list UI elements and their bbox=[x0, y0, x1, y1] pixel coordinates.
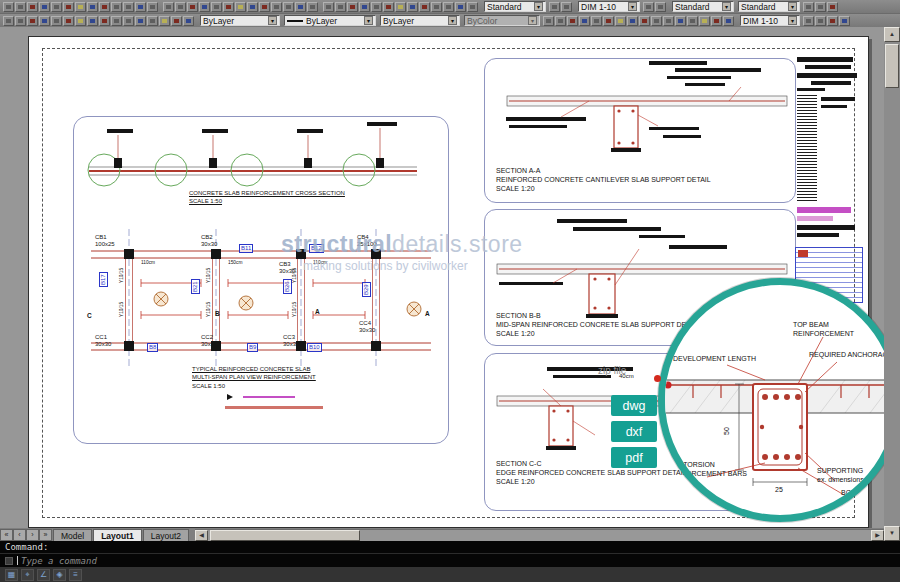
toolbar-icon-button[interactable] bbox=[815, 16, 826, 26]
toolbar-icon-button[interactable] bbox=[627, 16, 638, 26]
toolbar-icon-button[interactable] bbox=[63, 16, 74, 26]
toolbar-icon-button[interactable] bbox=[163, 2, 174, 12]
scroll-left-icon[interactable]: ◀ bbox=[195, 530, 208, 541]
tab-model[interactable]: Model bbox=[53, 529, 92, 541]
toolbar-icon-button[interactable] bbox=[651, 16, 662, 26]
toolbar-icon-button[interactable] bbox=[663, 16, 674, 26]
snap-toggle-icon[interactable]: ⌖ bbox=[21, 569, 34, 581]
ortho-toggle-icon[interactable]: ∠ bbox=[37, 569, 50, 581]
toolbar-icon-button[interactable] bbox=[615, 16, 626, 26]
toolbar-icon-button[interactable] bbox=[803, 16, 814, 26]
table-style-combo[interactable]: Standard▾ bbox=[672, 1, 734, 12]
toolbar-icon-button[interactable] bbox=[171, 16, 182, 26]
toolbar-icon-button[interactable] bbox=[63, 2, 74, 12]
toolbar-icon-button[interactable] bbox=[135, 2, 146, 12]
toolbar-icon-button[interactable] bbox=[639, 16, 650, 26]
toolbar-icon-button[interactable] bbox=[419, 2, 430, 12]
toolbar-icon-button[interactable] bbox=[723, 16, 734, 26]
vertical-scrollbar[interactable]: ▲ ▼ bbox=[884, 27, 900, 541]
download-badge-dxf[interactable]: dxf bbox=[611, 421, 657, 442]
toolbar-icon-button[interactable] bbox=[3, 16, 14, 26]
mleader-style-combo[interactable]: Standard▾ bbox=[738, 1, 800, 12]
toolbar-icon-button[interactable] bbox=[99, 2, 110, 12]
toolbar-icon-button[interactable] bbox=[467, 2, 478, 12]
scroll-up-icon[interactable]: ▲ bbox=[884, 27, 900, 42]
toolbar-icon-button[interactable] bbox=[359, 2, 370, 12]
toolbar-icon-button[interactable] bbox=[561, 2, 572, 12]
toolbar-icon-button[interactable] bbox=[335, 2, 346, 12]
toolbar-icon-button[interactable] bbox=[75, 2, 86, 12]
toolbar-icon-button[interactable] bbox=[75, 16, 86, 26]
toolbar-icon-button[interactable] bbox=[99, 16, 110, 26]
tab-layout2[interactable]: Layout2 bbox=[143, 529, 189, 541]
toolbar-icon-button[interactable] bbox=[159, 16, 170, 26]
toolbar-icon-button[interactable] bbox=[223, 2, 234, 12]
toolbar-icon-button[interactable] bbox=[655, 2, 666, 12]
color-control-combo[interactable]: ByLayer▾ bbox=[200, 15, 280, 26]
toolbar-icon-button[interactable] bbox=[183, 16, 194, 26]
tab-first-icon[interactable]: « bbox=[0, 529, 13, 541]
scroll-down-icon[interactable]: ▼ bbox=[884, 526, 900, 541]
toolbar-icon-button[interactable] bbox=[3, 2, 14, 12]
grid-toggle-icon[interactable]: ▦ bbox=[5, 569, 18, 581]
toolbar-icon-button[interactable] bbox=[135, 16, 146, 26]
toolbar-icon-button[interactable] bbox=[699, 16, 710, 26]
lineweight-control-combo[interactable]: ByLayer▾ bbox=[380, 15, 460, 26]
toolbar-icon-button[interactable] bbox=[803, 2, 814, 12]
tab-next-icon[interactable]: › bbox=[26, 529, 39, 541]
toolbar-icon-button[interactable] bbox=[549, 2, 560, 12]
toolbar-icon-button[interactable] bbox=[687, 16, 698, 26]
toolbar-icon-button[interactable] bbox=[51, 2, 62, 12]
horizontal-scrollbar[interactable]: ◀ ▶ bbox=[195, 529, 884, 541]
toolbar-icon-button[interactable] bbox=[39, 2, 50, 12]
toolbar-icon-button[interactable] bbox=[431, 2, 442, 12]
horizontal-scroll-thumb[interactable] bbox=[210, 530, 360, 541]
toolbar-icon-button[interactable] bbox=[147, 16, 158, 26]
toolbar-icon-button[interactable] bbox=[347, 2, 358, 12]
text-style-combo[interactable]: Standard▾ bbox=[484, 1, 546, 12]
toolbar-icon-button[interactable] bbox=[247, 2, 258, 12]
toolbar-icon-button[interactable] bbox=[211, 2, 222, 12]
dim-style-combo-2[interactable]: DIM 1-10▾ bbox=[740, 15, 800, 26]
toolbar-icon-button[interactable] bbox=[123, 16, 134, 26]
toolbar-icon-button[interactable] bbox=[395, 2, 406, 12]
toolbar-icon-button[interactable] bbox=[111, 16, 122, 26]
scroll-right-icon[interactable]: ▶ bbox=[871, 530, 884, 541]
toolbar-icon-button[interactable] bbox=[443, 2, 454, 12]
toolbar-icon-button[interactable] bbox=[643, 2, 654, 12]
download-badge-dwg[interactable]: dwg bbox=[611, 395, 657, 416]
polar-toggle-icon[interactable]: ◈ bbox=[53, 569, 66, 581]
toolbar-icon-button[interactable] bbox=[51, 16, 62, 26]
toolbar-icon-button[interactable] bbox=[295, 2, 306, 12]
linetype-control-combo[interactable]: ByLayer▾ bbox=[284, 15, 376, 26]
toolbar-icon-button[interactable] bbox=[87, 16, 98, 26]
toolbar-icon-button[interactable] bbox=[591, 16, 602, 26]
vertical-scroll-thumb[interactable] bbox=[885, 44, 899, 88]
toolbar-icon-button[interactable] bbox=[323, 2, 334, 12]
toolbar-icon-button[interactable] bbox=[815, 2, 826, 12]
drawing-canvas[interactable]: CONCRETE SLAB REINFORCEMENT CROSS SECTIO… bbox=[0, 27, 884, 528]
toolbar-icon-button[interactable] bbox=[407, 2, 418, 12]
osnap-toggle-icon[interactable]: ≡ bbox=[69, 569, 82, 581]
toolbar-icon-button[interactable] bbox=[123, 2, 134, 12]
toolbar-icon-button[interactable] bbox=[15, 16, 26, 26]
toolbar-icon-button[interactable] bbox=[839, 16, 850, 26]
tab-prev-icon[interactable]: ‹ bbox=[13, 529, 26, 541]
toolbar-icon-button[interactable] bbox=[675, 16, 686, 26]
toolbar-icon-button[interactable] bbox=[543, 16, 554, 26]
toolbar-icon-button[interactable] bbox=[371, 2, 382, 12]
command-input-row[interactable]: Type a command bbox=[0, 554, 900, 567]
toolbar-icon-button[interactable] bbox=[187, 2, 198, 12]
toolbar-icon-button[interactable] bbox=[111, 2, 122, 12]
toolbar-icon-button[interactable] bbox=[827, 16, 838, 26]
toolbar-icon-button[interactable] bbox=[555, 16, 566, 26]
dim-style-combo[interactable]: DIM 1-10▾ bbox=[578, 1, 640, 12]
toolbar-icon-button[interactable] bbox=[199, 2, 210, 12]
toolbar-icon-button[interactable] bbox=[147, 2, 158, 12]
toolbar-icon-button[interactable] bbox=[711, 16, 722, 26]
toolbar-icon-button[interactable] bbox=[39, 16, 50, 26]
toolbar-icon-button[interactable] bbox=[383, 2, 394, 12]
toolbar-icon-button[interactable] bbox=[579, 16, 590, 26]
toolbar-icon-button[interactable] bbox=[235, 2, 246, 12]
toolbar-icon-button[interactable] bbox=[283, 2, 294, 12]
